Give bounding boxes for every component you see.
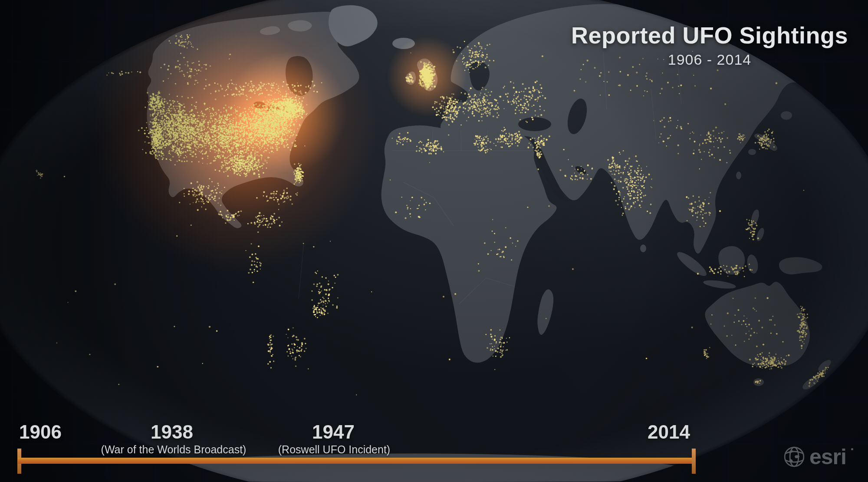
timeline-bar — [18, 458, 694, 464]
timeline: 1906 1938 1947 2014 (War of the Worlds B… — [0, 0, 868, 482]
ufo-sightings-visualization: Reported UFO Sightings 1906 - 2014 1906 … — [0, 0, 868, 482]
esri-logo: esri — [783, 446, 853, 468]
timeline-year-2014: 2014 — [648, 421, 690, 443]
timeline-end-cap — [692, 449, 696, 474]
timeline-year-1906: 1906 — [19, 421, 62, 443]
timeline-caption-1947: (Roswell UFO Incident) — [278, 443, 390, 456]
trademark-dot — [851, 448, 853, 450]
globe-icon — [783, 446, 806, 468]
esri-wordmark: esri — [809, 446, 846, 468]
timeline-year-1947: 1947 — [312, 421, 355, 443]
timeline-year-1938: 1938 — [151, 421, 193, 443]
timeline-caption-1938: (War of the Worlds Broadcast) — [101, 443, 247, 456]
